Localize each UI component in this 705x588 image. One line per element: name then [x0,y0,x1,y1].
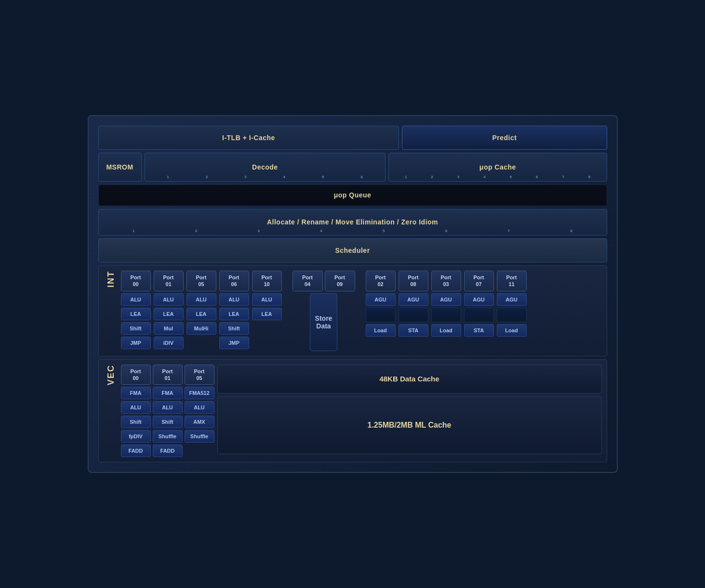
decode-ticks: 1 2 3 4 5 6 [145,175,386,179]
uop-cache-block: μop Cache 1 2 3 4 5 6 7 8 [388,153,607,182]
port-02-empty [366,308,396,322]
vec-label: VEC [104,365,118,385]
decode-block: Decode 1 2 3 4 5 6 [145,153,386,182]
port-07-agu: AGU [464,293,494,306]
port-05-header: Port05 [186,271,216,291]
port-05-alu: ALU [186,293,216,306]
port-05-col: Port05 ALU LEA MulHi - [186,271,216,349]
port-10-header: Port10 [252,271,282,291]
msrom-block: MSROM [98,153,142,182]
vec-port-05-amx: AMX [185,416,214,428]
vec-port-00-fpdiv: fpDIV [121,430,151,443]
port-02-agu: AGU [366,293,396,306]
chip-diagram: I-TLB + I-Cache Predict MSROM Decode 1 2… [88,115,618,473]
int-label: INT [104,271,118,287]
vec-port-00-shift: Shift [121,416,151,428]
port-10-lea: LEA [252,308,282,320]
port-00-header: Port00 [121,271,151,291]
port-06-shift: Shift [219,322,249,335]
store-data-group: Port04 Port09 StoreData [293,271,355,351]
vec-section: VEC Port00 FMA ALU Shift fpDIV FADD Port… [98,359,607,463]
vec-port-01-alu: ALU [153,401,183,414]
port-06-alu: ALU [219,293,249,306]
port-01-lea: LEA [154,308,184,320]
port-00-shift: Shift [121,322,151,335]
uop-queue-block: μop Queue [98,184,607,206]
port-05-mulhi: MulHi [186,322,216,335]
port-02-col: Port02 AGU Load [366,271,396,337]
port-11-agu: AGU [497,293,527,306]
port-02-header: Port02 [366,271,396,291]
vec-port-05-header: Port05 [185,365,214,385]
vec-port-01-shift: Shift [153,416,183,428]
ml-cache: 1.25MB/2MB ML Cache [217,396,602,454]
port-03-col: Port03 AGU Load [431,271,461,337]
port-04-header: Port04 [293,271,323,291]
vec-port-01-shuffle: Shuffle [153,430,183,443]
port-06-col: Port06 ALU LEA Shift JMP [219,271,249,349]
vec-port-00-alu: ALU [121,401,151,414]
port-08-empty [399,308,428,322]
port-02-load: Load [366,324,396,337]
port-00-alu: ALU [121,293,151,306]
port-01-col: Port01 ALU LEA Mul iDIV [154,271,184,349]
port-06-jmp: JMP [219,337,249,349]
uop-cache-ticks: 1 2 3 4 5 6 7 8 [389,175,606,179]
port-07-col: Port07 AGU STA [464,271,494,337]
port-01-idiv: iDIV [154,337,184,349]
port-01-header: Port01 [154,271,184,291]
port-01-alu: ALU [154,293,184,306]
port-09-header: Port09 [325,271,355,291]
port-11-col: Port11 AGU Load [497,271,527,337]
vec-port-05-col: Port05 FMA512 ALU AMX Shuffle - [185,365,214,457]
vec-port-01-header: Port01 [153,365,183,385]
data-cache-group: 48KB Data Cache 1.25MB/2MB ML Cache [217,365,602,454]
port-06-header: Port06 [219,271,249,291]
port-08-header: Port08 [399,271,428,291]
port-04-09-headers: Port04 Port09 [293,271,355,291]
port-11-header: Port11 [497,271,527,291]
vec-port-05-fma512: FMA512 [185,387,214,399]
vec-port-01-fadd: FADD [153,444,183,457]
vec-port-05-alu: ALU [185,401,214,414]
port-00-jmp: JMP [121,337,151,349]
port-11-empty [497,308,527,322]
allocate-ticks: 1 2 3 4 5 6 7 8 [99,229,607,233]
vec-port-01-col: Port01 FMA ALU Shift Shuffle FADD [153,365,183,457]
scheduler-block: Scheduler [98,238,607,262]
vec-port-00-col: Port00 FMA ALU Shift fpDIV FADD [121,365,151,457]
port-10-col: Port10 ALU LEA - - [252,271,282,349]
data-cache-48kb: 48KB Data Cache [217,365,602,393]
vec-port-00-fma: FMA [121,387,151,399]
port-08-sta: STA [399,324,428,337]
allocate-block: Allocate / Rename / Move Elimination / Z… [98,209,607,235]
port-07-header: Port07 [464,271,494,291]
port-03-header: Port03 [431,271,461,291]
vec-ports-group: Port00 FMA ALU Shift fpDIV FADD Port01 F… [121,365,214,457]
port-00-lea: LEA [121,308,151,320]
store-data-block: StoreData [310,293,338,351]
vec-port-00-fadd: FADD [121,444,151,457]
predict-block: Predict [402,126,607,150]
port-03-agu: AGU [431,293,461,306]
vec-port-00-header: Port00 [121,365,151,385]
port-03-empty [431,308,461,322]
port-10-alu: ALU [252,293,282,306]
itlb-block: I-TLB + I-Cache [98,126,399,150]
port-05-lea: LEA [186,308,216,320]
int-section: INT Port00 ALU LEA Shift JMP Port01 ALU … [98,265,607,356]
port-08-col: Port08 AGU STA [399,271,428,337]
port-11-load: Load [497,324,527,337]
port-08-agu: AGU [399,293,428,306]
port-07-empty [464,308,494,322]
vec-port-05-shuffle: Shuffle [185,430,214,443]
port-00-col: Port00 ALU LEA Shift JMP [121,271,151,349]
port-06-lea: LEA [219,308,249,320]
vec-port-01-fma: FMA [153,387,183,399]
port-07-sta: STA [464,324,494,337]
port-03-load: Load [431,324,461,337]
port-01-mul: Mul [154,322,184,335]
